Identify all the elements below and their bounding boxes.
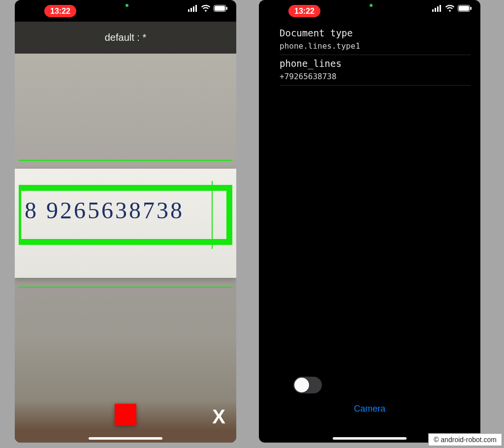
phone-camera-screen: 13:22 default : * 8 9265638738 X [15, 0, 236, 443]
status-time-pill: 13:22 [288, 5, 320, 17]
document-type-value: phone.lines.type1 [280, 38, 471, 55]
wifi-icon [201, 5, 211, 12]
status-bar: 13:22 [259, 0, 480, 22]
svg-rect-6 [226, 7, 228, 10]
svg-rect-1 [190, 8, 192, 12]
svg-rect-5 [215, 6, 225, 11]
cellular-icon [432, 5, 442, 12]
status-icons [188, 5, 227, 12]
handwritten-number: 8 9265638738 [25, 197, 226, 224]
home-indicator[interactable] [89, 437, 162, 440]
svg-rect-13 [471, 7, 472, 10]
battery-icon [214, 5, 227, 12]
camera-link[interactable]: Camera [259, 404, 480, 414]
svg-rect-9 [437, 6, 439, 12]
recording-indicator-icon [370, 4, 373, 7]
camera-header-label: default : * [105, 32, 147, 43]
settings-toggle[interactable] [293, 377, 322, 393]
recording-indicator-icon [126, 4, 128, 7]
wifi-icon [445, 5, 455, 12]
battery-icon [458, 5, 472, 12]
svg-rect-12 [459, 6, 469, 11]
home-indicator[interactable] [333, 437, 407, 440]
camera-header: default : * [15, 22, 236, 54]
svg-rect-10 [440, 5, 441, 12]
svg-rect-8 [435, 8, 436, 12]
document-type-heading: Document type [280, 28, 471, 38]
cellular-icon [188, 5, 198, 12]
shutter-button[interactable] [115, 404, 136, 425]
svg-rect-0 [188, 9, 189, 12]
close-button[interactable]: X [212, 406, 225, 428]
status-time-pill: 13:22 [44, 5, 76, 17]
phone-lines-heading: phone_lines [280, 58, 471, 69]
status-icons [432, 5, 472, 12]
status-bar: 13:22 [15, 0, 236, 22]
result-list: Document type phone.lines.type1 phone_li… [280, 25, 471, 86]
watermark: © android-robot.com [428, 433, 502, 446]
svg-rect-7 [432, 9, 434, 12]
svg-rect-3 [195, 5, 197, 12]
svg-rect-2 [193, 6, 194, 12]
phone-result-screen: 13:22 Document type phone.lines.type1 ph… [259, 0, 480, 443]
phone-lines-value: +79265638738 [280, 69, 471, 86]
